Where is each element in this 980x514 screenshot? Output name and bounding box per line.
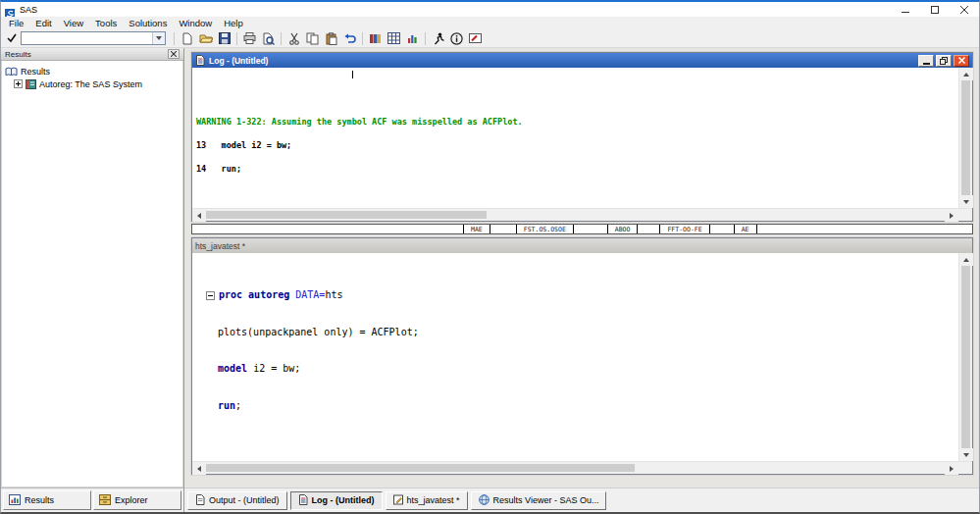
tree-item-autoreg[interactable]: Autoreg: The SAS System — [5, 77, 180, 90]
main-area: Results Results Au — [1, 48, 979, 512]
scrollbar-thumb[interactable] — [961, 80, 970, 195]
results-panel-title: Results — [5, 50, 31, 59]
window-button-log[interactable]: Log - (Untitled) — [290, 491, 383, 510]
print-preview-icon[interactable] — [260, 30, 277, 46]
code-value: hts — [325, 289, 342, 302]
arrow-right-icon — [950, 213, 954, 219]
arrow-down-icon — [963, 453, 969, 457]
new-library-icon[interactable] — [367, 30, 384, 46]
window-button-editor[interactable]: hts_javatest * — [386, 491, 468, 510]
close-icon — [171, 51, 177, 57]
scroll-left-button[interactable] — [192, 209, 206, 222]
editor-window-title: hts_javatest * — [195, 241, 245, 251]
close-button[interactable] — [954, 55, 969, 67]
results-panel-header[interactable]: Results — [1, 48, 183, 61]
code-keyword: model — [218, 363, 247, 376]
close-icon — [958, 57, 965, 64]
tree-item-label: Autoreg: The SAS System — [39, 79, 142, 89]
paste-icon[interactable] — [323, 30, 339, 46]
code-line: run ; — [206, 400, 958, 413]
log-window-titlebar[interactable]: Log - (Untitled) — [192, 53, 972, 68]
left-panel-tabs: Results Explorer — [1, 488, 183, 512]
scroll-down-button[interactable] — [959, 448, 973, 461]
toolbar-separator — [236, 32, 237, 45]
code-keyword: proc autoreg — [219, 289, 295, 302]
minimize-button[interactable] — [891, 2, 920, 17]
window-button-label: Log - (Untitled) — [312, 495, 375, 505]
results-tab-icon — [9, 494, 21, 507]
background-table-window-sliver[interactable]: MAE FST.OS.OSOE ABOO FFT-OO-FE AE — [191, 224, 973, 234]
toolbar-separator — [174, 32, 175, 45]
scroll-up-button[interactable] — [959, 68, 973, 80]
arrow-up-icon — [963, 73, 969, 77]
restore-button[interactable] — [936, 55, 952, 67]
new-document-icon[interactable] — [179, 30, 195, 46]
arrow-up-icon — [963, 258, 969, 262]
save-icon[interactable] — [216, 30, 232, 46]
log-line: WARNING 1-322: Assuming the symbol ACF w… — [196, 118, 958, 126]
log-content[interactable]: WARNING 1-322: Assuming the symbol ACF w… — [192, 68, 958, 208]
scrollbar-thumb[interactable] — [206, 211, 487, 219]
copy-icon[interactable] — [304, 30, 321, 46]
scrollbar-track[interactable] — [635, 462, 945, 474]
log-line: 14 run; — [196, 165, 958, 173]
toolbar-separator — [362, 32, 363, 45]
window-button-output[interactable]: Output - (Untitled) — [187, 491, 287, 510]
scrollbar-thumb[interactable] — [206, 464, 635, 472]
tree-item-results-root[interactable]: Results — [5, 65, 180, 77]
log-window-controls — [918, 55, 969, 67]
clear-all-eraser-icon[interactable] — [467, 30, 484, 46]
scroll-down-button[interactable] — [959, 195, 973, 208]
help-info-icon[interactable] — [448, 30, 465, 46]
collapse-minus-icon[interactable] — [206, 291, 215, 300]
submit-running-man-icon[interactable] — [430, 30, 446, 46]
editor-horizontal-scrollbar[interactable] — [192, 461, 972, 474]
editor-window-body: proc autoreg DATA= hts plots(unpackpanel… — [192, 253, 972, 461]
maximize-button[interactable] — [920, 2, 950, 17]
panel-close-button[interactable] — [168, 49, 180, 59]
menu-item-view[interactable]: View — [58, 18, 89, 28]
menu-item-tools[interactable]: Tools — [89, 18, 123, 28]
scroll-up-button[interactable] — [959, 253, 973, 266]
editor-vertical-scrollbar[interactable] — [958, 253, 972, 461]
undo-icon[interactable] — [341, 30, 358, 46]
command-input[interactable] — [22, 32, 152, 44]
check-icon — [7, 33, 17, 43]
menu-item-window[interactable]: Window — [173, 18, 218, 28]
menu-item-file[interactable]: File — [3, 18, 29, 28]
results-tree[interactable]: Results Autoreg: The SAS System — [1, 61, 183, 488]
restore-icon — [940, 57, 948, 65]
editor-window-titlebar[interactable]: hts_javatest * — [192, 238, 972, 253]
menu-item-edit[interactable]: Edit — [29, 18, 57, 28]
minimize-button[interactable] — [918, 55, 934, 67]
log-horizontal-scrollbar[interactable] — [192, 208, 972, 221]
scrollbar-track[interactable] — [487, 209, 945, 221]
tab-results[interactable]: Results — [3, 490, 91, 510]
tree-expand-plus-icon[interactable] — [14, 79, 23, 88]
tab-explorer[interactable]: Explorer — [93, 490, 181, 510]
scrollbar-thumb[interactable] — [961, 266, 970, 448]
menu-item-solutions[interactable]: Solutions — [123, 18, 173, 28]
open-folder-icon[interactable] — [197, 30, 214, 46]
log-window-icon — [298, 494, 308, 507]
code-text: ; — [235, 400, 241, 413]
window-button-results-viewer[interactable]: Results Viewer - SAS Ou... — [471, 491, 607, 510]
command-dropdown-button[interactable] — [152, 32, 165, 44]
cut-icon[interactable] — [285, 30, 302, 46]
scroll-right-button[interactable] — [945, 209, 958, 222]
code-editor-content[interactable]: proc autoreg DATA= hts plots(unpackpanel… — [192, 253, 958, 461]
table-editor-icon[interactable] — [386, 30, 402, 46]
scroll-left-button[interactable] — [192, 462, 206, 475]
graphics-icon[interactable] — [404, 30, 421, 46]
scroll-right-button[interactable] — [945, 462, 958, 475]
log-vertical-scrollbar[interactable] — [958, 68, 972, 208]
toolbar — [1, 29, 979, 48]
toolbar-separator — [281, 32, 282, 45]
close-button[interactable] — [950, 2, 979, 17]
menu-item-help[interactable]: Help — [218, 18, 249, 28]
arrow-left-icon — [197, 213, 201, 219]
table-cell-fragment: ABOO — [607, 225, 639, 233]
titlebar[interactable]: SAS — [1, 2, 979, 17]
window-button-label: Results Viewer - SAS Ou... — [493, 495, 599, 505]
print-icon[interactable] — [241, 30, 258, 46]
